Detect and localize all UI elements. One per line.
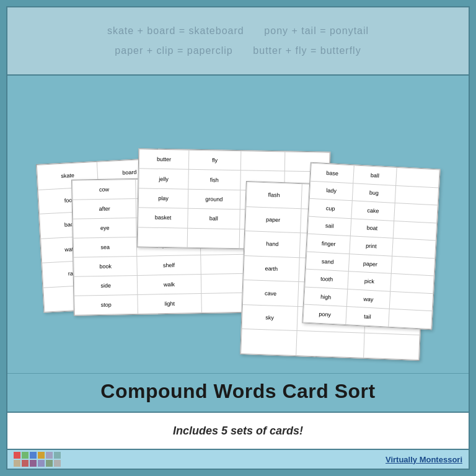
- footer-sq-9: [30, 460, 37, 467]
- cards-section: skateboard footprint backpack watermelon…: [7, 76, 469, 373]
- example-line-2: paper + clip = paperclip butter + fly = …: [20, 41, 456, 61]
- subtitle-section: Includes 5 sets of cards!: [7, 412, 469, 449]
- footer-sq-3: [30, 452, 37, 459]
- footer-sq-12: [54, 460, 61, 467]
- footer-section: Virtually Montessori: [7, 449, 469, 469]
- example-line-1: skate + board = skateboard pony + tail =…: [20, 21, 456, 41]
- footer-sq-11: [46, 460, 53, 467]
- footer-sq-4: [38, 452, 45, 459]
- footer-sq-10: [38, 460, 45, 467]
- subtitle-text: Includes 5 sets of cards!: [173, 425, 303, 438]
- inner-container: skate + board = skateboard pony + tail =…: [6, 6, 470, 470]
- title-section: Compound Words Card Sort: [7, 373, 469, 412]
- footer-sq-6: [54, 452, 61, 459]
- card-sheet-5: baseball ladybug cupcake sailboat finger…: [302, 162, 440, 330]
- outer-border: skate + board = skateboard pony + tail =…: [0, 0, 476, 476]
- footer-brand[interactable]: Virtually Montessori: [386, 455, 462, 464]
- footer-sq-5: [46, 452, 53, 459]
- top-section: skate + board = skateboard pony + tail =…: [7, 7, 469, 76]
- footer-sq-1: [14, 452, 20, 459]
- footer-sq-7: [14, 460, 20, 467]
- main-title: Compound Words Card Sort: [20, 380, 456, 403]
- footer-squares: [14, 452, 63, 467]
- footer-sq-8: [22, 460, 29, 467]
- footer-sq-2: [22, 452, 29, 459]
